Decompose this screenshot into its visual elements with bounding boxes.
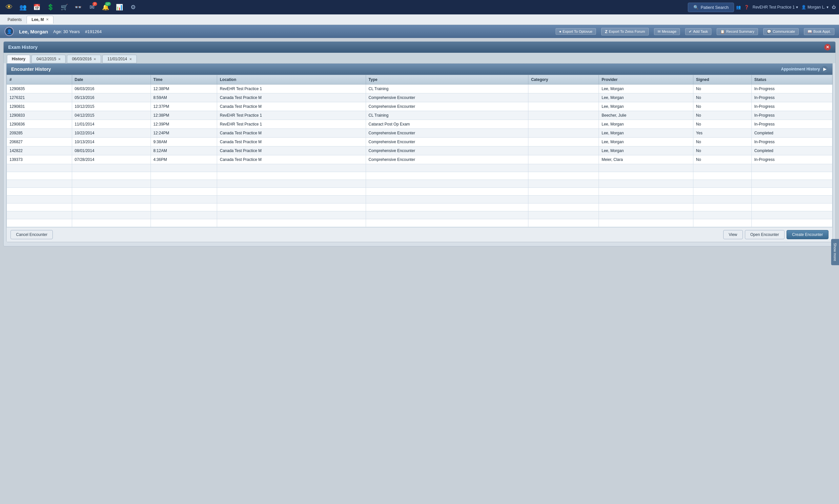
add-task-button[interactable]: ✔ Add Task <box>685 28 712 35</box>
exam-history-container: Exam History ✕ History 04/12/2015 ✕ 06/0… <box>3 41 836 247</box>
power-button[interactable]: ⏻ <box>832 5 836 10</box>
create-encounter-button[interactable]: Create Encounter <box>787 230 828 239</box>
cancel-encounter-button[interactable]: Cancel Encounter <box>11 230 53 239</box>
appt-history-label: Appointment History <box>781 67 820 71</box>
table-cell-4: Cataract Post Op Exam <box>366 120 528 129</box>
empty-cell-8 <box>751 164 832 172</box>
open-encounter-button[interactable]: Open Encounter <box>745 230 785 239</box>
empty-cell-8 <box>751 188 832 196</box>
table-cell-7: No <box>693 102 752 111</box>
patient-search-button[interactable]: 🔍 Patient Search <box>688 3 734 12</box>
app-logo[interactable]: 👁 <box>3 1 15 13</box>
subtab-1101-close-icon[interactable]: ✕ <box>129 57 132 61</box>
table-cell-2: 4:36PM <box>151 155 217 164</box>
patient-age: Age: 30 Years <box>53 29 80 34</box>
subtab-0412[interactable]: 04/12/2015 ✕ <box>32 55 66 63</box>
table-cell-6: Lee, Morgan <box>599 138 693 146</box>
subtab-0603[interactable]: 06/03/2016 ✕ <box>67 55 101 63</box>
record-summary-button[interactable]: 📋 Record Summary <box>717 28 758 35</box>
empty-cell-7 <box>693 211 752 219</box>
empty-cell-8 <box>751 172 832 180</box>
table-row[interactable]: 127632105/13/20168:59AMCanada Test Pract… <box>7 93 833 102</box>
empty-cell-7 <box>693 188 752 196</box>
empty-cell-6 <box>599 219 693 227</box>
glasses-nav-icon[interactable]: 👓 <box>72 1 84 13</box>
settings-icon: ⚙ <box>130 4 136 11</box>
encounter-table-body: 129083506/03/201612:38PMRevEHR Test Prac… <box>7 85 833 227</box>
table-cell-4: Comprehensive Encounter <box>366 102 528 111</box>
tab-lee[interactable]: Lee, M ✕ <box>27 16 53 23</box>
calendar-nav-icon[interactable]: 📅 <box>31 1 42 13</box>
cart-nav-icon[interactable]: 🛒 <box>58 1 70 13</box>
empty-cell-1 <box>72 219 151 227</box>
subtab-0603-close-icon[interactable]: ✕ <box>93 57 96 61</box>
billing-icon: 💲 <box>47 4 54 11</box>
table-row[interactable]: 20928510/22/201412:24PMCanada Test Pract… <box>7 129 833 138</box>
practice-selector[interactable]: RevEHR Test Practice 1 ▾ <box>752 5 798 10</box>
table-row[interactable]: 129083506/03/201612:38PMRevEHR Test Prac… <box>7 85 833 93</box>
empty-cell-3 <box>217 172 366 180</box>
empty-cell-7 <box>693 203 752 211</box>
table-row[interactable]: 13937307/28/20144:36PMCanada Test Practi… <box>7 155 833 164</box>
user-name: Morgan L. <box>807 5 825 10</box>
patients-nav-icon[interactable]: 👥 <box>17 1 29 13</box>
table-cell-4: Comprehensive Encounter <box>366 129 528 138</box>
tab-bar: Patients Lee, M ✕ <box>0 14 839 25</box>
table-cell-3: Canada Test Practice M <box>217 146 366 155</box>
show-more-sidebar[interactable]: Show more <box>831 239 839 265</box>
col-header-time: Time <box>151 75 217 85</box>
settings-nav-icon[interactable]: ⚙ <box>127 1 139 13</box>
empty-cell-4 <box>366 188 528 196</box>
empty-cell-5 <box>528 172 599 180</box>
table-cell-5 <box>528 138 599 146</box>
table-cell-2: 12:24PM <box>151 129 217 138</box>
empty-cell-0 <box>7 188 72 196</box>
empty-cell-0 <box>7 211 72 219</box>
empty-cell-6 <box>599 180 693 188</box>
subtab-history-label: History <box>12 57 25 61</box>
empty-cell-1 <box>72 164 151 172</box>
billing-nav-icon[interactable]: 💲 <box>45 1 56 13</box>
user-group-icon[interactable]: 👥 <box>736 5 741 10</box>
message-button[interactable]: ✉ Message <box>654 28 680 35</box>
alerts-nav-icon[interactable]: 🔔 17 <box>100 1 111 13</box>
user-menu[interactable]: 👤 Morgan L. ▾ <box>801 5 828 10</box>
table-row-empty <box>7 211 833 219</box>
empty-cell-5 <box>528 164 599 172</box>
empty-cell-6 <box>599 203 693 211</box>
subtab-history[interactable]: History <box>7 55 30 63</box>
communicate-button[interactable]: 💬 Communicate <box>763 28 799 35</box>
chart-nav-icon[interactable]: 📊 <box>113 1 125 13</box>
appointment-history-link[interactable]: Appointment History ▶ <box>781 66 828 72</box>
subtab-1101[interactable]: 11/01/2014 ✕ <box>102 55 137 63</box>
empty-cell-1 <box>72 203 151 211</box>
tab-lee-close-icon[interactable]: ✕ <box>46 18 49 21</box>
table-row[interactable]: 14282208/01/20148:12AMCanada Test Practi… <box>7 146 833 155</box>
record-summary-label: Record Summary <box>726 30 754 33</box>
messages-nav-icon[interactable]: ✉ 7 <box>86 1 98 13</box>
subtab-0412-close-icon[interactable]: ✕ <box>58 57 61 61</box>
table-row[interactable]: 129083611/01/201412:39PMRevEHR Test Prac… <box>7 120 833 129</box>
exam-history-close-button[interactable]: ✕ <box>824 44 831 51</box>
empty-cell-4 <box>366 219 528 227</box>
table-row[interactable]: 129083110/12/201512:37PMCanada Test Prac… <box>7 102 833 111</box>
empty-cell-5 <box>528 203 599 211</box>
practice-name: RevEHR Test Practice 1 <box>752 5 795 10</box>
table-cell-4: CL Training <box>366 111 528 120</box>
table-row[interactable]: 20682710/13/20149:38AMCanada Test Practi… <box>7 138 833 146</box>
book-appt-button[interactable]: 📖 Book Appt. <box>804 28 834 35</box>
empty-cell-8 <box>751 203 832 211</box>
export-optovue-button[interactable]: ● Export To Optovue <box>556 28 596 35</box>
empty-cell-2 <box>151 188 217 196</box>
table-row[interactable]: 129083304/12/201512:38PMRevEHR Test Prac… <box>7 111 833 120</box>
table-cell-5 <box>528 129 599 138</box>
table-cell-1: 06/03/2016 <box>72 85 151 93</box>
nav-right-area: 👥 ❓ RevEHR Test Practice 1 ▾ 👤 Morgan L.… <box>736 5 836 10</box>
table-cell-0: 1276321 <box>7 93 72 102</box>
optovue-icon: ● <box>559 30 561 33</box>
export-zeiss-button[interactable]: Z Export To Zeiss Forum <box>601 28 648 35</box>
help-button[interactable]: ❓ <box>744 5 749 10</box>
empty-cell-7 <box>693 180 752 188</box>
view-button[interactable]: View <box>723 230 743 239</box>
tab-patients[interactable]: Patients <box>3 16 27 23</box>
